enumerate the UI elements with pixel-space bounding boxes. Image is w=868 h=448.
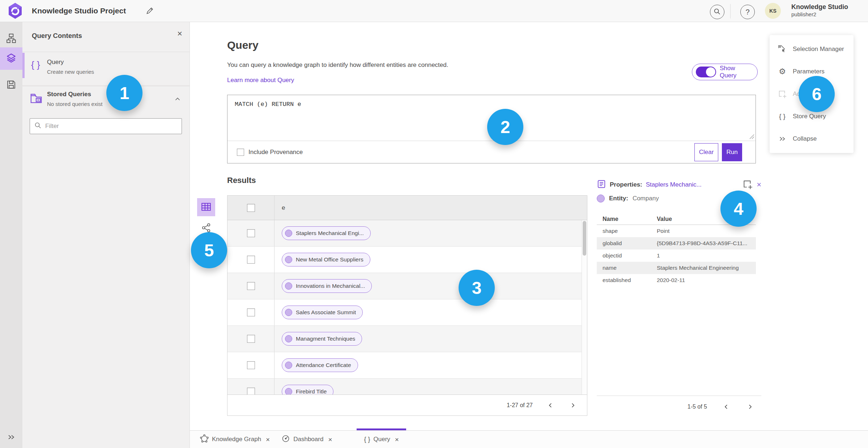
tab-label: Knowledge Graph — [212, 436, 261, 443]
stored-queries-section[interactable]: Stored Queries No stored queries exist — [22, 86, 190, 118]
results-scrollbar-track — [582, 220, 587, 394]
search-button[interactable] — [710, 5, 724, 19]
properties-entity-link[interactable]: Staplers Mechanic... — [646, 181, 702, 188]
app-logo-icon — [8, 3, 22, 19]
table-row: Sales Associate Summit — [227, 299, 587, 326]
add-to-map-button[interactable] — [742, 179, 753, 191]
layers-icon — [6, 53, 16, 64]
menu-item-label: Selection Manager — [793, 46, 844, 53]
project-title: Knowledge Studio Project — [32, 0, 126, 22]
query-description: You can query a knowledge graph to ident… — [227, 61, 448, 69]
row-checkbox[interactable] — [247, 282, 255, 290]
annotation-badge-5: 5 — [191, 232, 227, 268]
entity-chip[interactable]: Managment Techniques — [282, 332, 362, 346]
panel-title: Query Contents — [32, 32, 82, 40]
menu-item-collapse[interactable]: Collapse — [770, 128, 854, 150]
collapse-section-chevron-up-icon[interactable] — [174, 95, 182, 103]
properties-doc-icon — [597, 179, 606, 190]
property-row: globalid {5D9B4713-F98D-4A53-A59F-C11... — [597, 237, 756, 249]
user-name: Knowledge Studio — [791, 3, 848, 11]
entity-row: Entity: Company — [597, 195, 659, 202]
dashboard-gauge-icon — [281, 434, 290, 445]
row-checkbox[interactable] — [247, 308, 255, 316]
question-icon: ? — [745, 8, 749, 16]
include-provenance-label: Include Provenance — [248, 149, 303, 156]
query-editor[interactable]: MATCH (e) RETURN e — [235, 101, 301, 108]
toggle-track — [696, 67, 716, 77]
clear-button[interactable]: Clear — [694, 143, 718, 161]
entity-chip[interactable]: Sales Associate Summit — [282, 306, 363, 319]
next-page-button[interactable] — [745, 402, 755, 411]
previous-page-button[interactable] — [546, 401, 555, 410]
save-rail-button[interactable] — [0, 74, 22, 97]
column-header-name: Name — [597, 216, 657, 222]
hierarchy-icon — [6, 33, 16, 45]
properties-pagination: 1-5 of 5 — [597, 396, 761, 417]
stored-queries-empty-text: No stored queries exist — [47, 101, 102, 107]
results-pagination: 1-27 of 27 — [227, 394, 587, 416]
avatar[interactable]: KS — [765, 3, 781, 19]
entity-chip[interactable]: New Metal Office Suppliers — [282, 253, 370, 266]
table-row: Managment Techniques — [227, 326, 587, 352]
entity-chip[interactable]: Innovations in Mechanical... — [282, 279, 372, 293]
tab-label: Query — [374, 436, 390, 443]
gear-icon: ⚙ — [778, 67, 787, 76]
entity-chip[interactable]: Attendance Certificate — [282, 358, 358, 372]
menu-item-label: Parameters — [793, 68, 825, 75]
entity-chip[interactable]: Staplers Mechanical Engi... — [282, 226, 371, 240]
entity-dot-icon — [285, 388, 292, 394]
close-tab-button[interactable]: × — [266, 436, 270, 443]
table-view-button-active[interactable] — [197, 198, 215, 216]
query-item-description: Create new queries — [47, 69, 94, 75]
show-query-toggle[interactable]: Show Query — [692, 64, 758, 80]
run-button[interactable]: Run — [722, 143, 742, 161]
properties-label: Properties: — [610, 181, 642, 188]
save-icon — [7, 80, 16, 91]
query-page-title: Query — [227, 39, 259, 51]
menu-item-label: Store Query — [793, 113, 826, 120]
entity-dot-icon — [285, 256, 292, 263]
data-model-rail-button[interactable] — [0, 28, 22, 50]
entity-label: Entity: — [609, 195, 628, 202]
help-button[interactable]: ? — [740, 5, 755, 19]
results-scrollbar-thumb[interactable] — [583, 221, 586, 256]
double-chevron-right-icon — [778, 135, 787, 143]
properties-close-button[interactable]: × — [757, 181, 761, 189]
filter-input[interactable] — [45, 123, 177, 130]
tab-dashboard[interactable]: Dashboard × — [276, 431, 338, 448]
annotation-badge-4: 4 — [720, 191, 757, 227]
expand-rail-button[interactable] — [0, 430, 22, 446]
query-item-label: Query — [47, 59, 64, 66]
panel-close-button[interactable]: × — [177, 29, 182, 38]
query-contents-item-query[interactable]: { } Query Create new queries — [22, 52, 190, 85]
previous-page-button[interactable] — [722, 402, 731, 411]
entity-chip[interactable]: Firebird Title — [282, 385, 333, 394]
close-tab-button[interactable]: × — [395, 436, 399, 443]
learn-more-link[interactable]: Learn more about Query — [227, 77, 294, 84]
include-provenance-checkbox[interactable] — [237, 149, 244, 156]
edit-title-pencil-icon[interactable] — [145, 7, 154, 15]
row-checkbox[interactable] — [247, 335, 255, 343]
selection-manager-icon — [778, 44, 787, 54]
add-to-icon — [742, 179, 753, 191]
row-checkbox[interactable] — [247, 388, 255, 394]
close-tab-button[interactable]: × — [328, 436, 332, 443]
row-checkbox[interactable] — [247, 361, 255, 369]
annotation-badge-3: 3 — [459, 270, 495, 306]
results-table-header: e — [227, 196, 587, 220]
property-row: shape Point — [597, 225, 756, 237]
layers-rail-button-active[interactable] — [0, 47, 22, 70]
user-block[interactable]: Knowledge Studio publisher2 — [791, 3, 848, 18]
tab-knowledge-graph[interactable]: Knowledge Graph × — [194, 431, 276, 448]
menu-item-selection-manager[interactable]: Selection Manager — [770, 38, 854, 60]
tab-query-active[interactable]: { } Query × — [358, 431, 404, 448]
row-checkbox[interactable] — [247, 256, 255, 264]
search-icon — [34, 122, 42, 131]
resize-handle-icon[interactable] — [749, 134, 754, 139]
active-indicator-bar — [22, 53, 25, 78]
next-page-button[interactable] — [568, 401, 578, 410]
row-checkbox[interactable] — [247, 229, 255, 237]
select-all-checkbox[interactable] — [247, 204, 255, 212]
topbar-divider — [730, 4, 731, 18]
knowledge-graph-icon — [200, 434, 209, 445]
